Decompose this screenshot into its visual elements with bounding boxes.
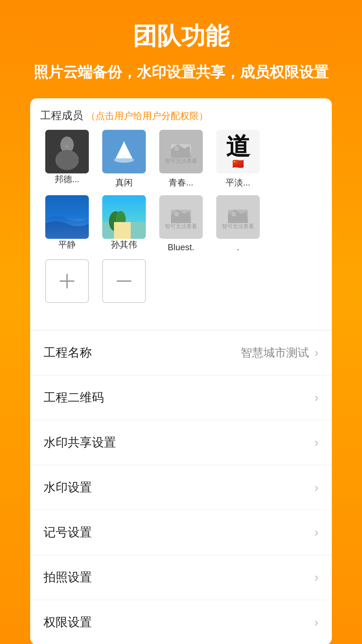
page-title: 团队功能	[133, 20, 229, 52]
member-zhengxian[interactable]: 真闲	[97, 130, 151, 189]
menu-item-mark-settings[interactable]: 记号设置 ›	[30, 510, 332, 555]
chevron-right-icon-4: ›	[314, 481, 318, 495]
menu-item-watermark-share[interactable]: 水印共享设置 ›	[30, 420, 332, 465]
chevron-right-icon-6: ›	[314, 571, 318, 585]
menu-items: 工程名称 智慧城市测试 › 工程二维码 › 水印共享设置 › 水印设置 ›	[30, 330, 332, 644]
chevron-right-icon-3: ›	[314, 436, 318, 450]
svg-point-17	[174, 212, 179, 216]
menu-item-watermark-settings[interactable]: 水印设置 ›	[30, 465, 332, 510]
members-header: 工程成员 （点击用户给用户分配权限）	[40, 108, 322, 123]
nosee-placeholder-3: 智可无法查看	[222, 205, 254, 229]
minus-icon	[114, 271, 134, 291]
add-icon	[57, 271, 77, 291]
member-dot[interactable]: 智可无法查看 .	[211, 195, 265, 253]
chevron-right-icon: ›	[314, 346, 318, 360]
page-subtitle: 照片云端备份，水印设置共享，成员权限设置	[20, 62, 342, 82]
member-bluest[interactable]: 智可无法查看 Bluest.	[154, 195, 208, 253]
members-section: 工程成员 （点击用户给用户分配权限） 邦 邦德...	[30, 98, 332, 330]
member-pingdan[interactable]: 道 🇨🇳 平淡...	[211, 130, 265, 189]
menu-item-permission-settings[interactable]: 权限设置 ›	[30, 600, 332, 644]
bangde-avatar-img: 邦	[45, 130, 89, 173]
main-card: 工程成员 （点击用户给用户分配权限） 邦 邦德...	[30, 98, 332, 644]
boat-icon	[111, 140, 137, 163]
member-pingjing[interactable]: 平静	[40, 195, 94, 253]
svg-point-20	[231, 212, 236, 216]
member-bangde[interactable]: 邦 邦德...	[40, 130, 94, 189]
nosee-placeholder: 智可无法查看	[165, 139, 197, 164]
menu-item-project-name[interactable]: 工程名称 智慧城市测试 ›	[30, 330, 332, 375]
nosee-placeholder-2: 智可无法查看	[165, 205, 197, 229]
members-grid: 邦 邦德... 真闲	[40, 130, 322, 323]
member-sunqiwei[interactable]: 孙其伟	[97, 195, 151, 253]
svg-text:邦: 邦	[65, 145, 69, 149]
ocean-avatar	[45, 195, 89, 239]
svg-point-8	[174, 146, 179, 151]
menu-item-photo-settings[interactable]: 拍照设置 ›	[30, 555, 332, 600]
svg-point-2	[55, 150, 79, 170]
member-remove[interactable]	[97, 259, 151, 317]
svg-rect-14	[114, 222, 131, 239]
svg-point-5	[114, 157, 134, 163]
chevron-right-icon-2: ›	[314, 391, 318, 405]
member-add[interactable]	[40, 259, 94, 317]
member-qingchun[interactable]: 智可无法查看 青春...	[154, 130, 208, 189]
chevron-right-icon-7: ›	[314, 615, 318, 630]
menu-item-project-qr[interactable]: 工程二维码 ›	[30, 375, 332, 420]
beach-avatar	[102, 195, 146, 239]
chevron-right-icon-5: ›	[314, 526, 318, 540]
